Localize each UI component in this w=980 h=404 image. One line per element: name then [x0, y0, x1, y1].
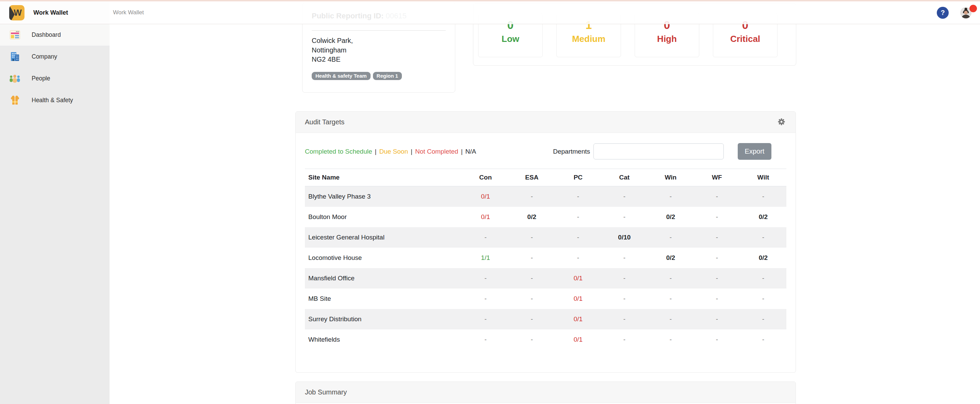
- cell-value: 0/2: [666, 213, 675, 220]
- legend-separator: |: [411, 148, 412, 155]
- cell-value: -: [577, 213, 579, 220]
- cell-value: -: [531, 315, 533, 323]
- cell-value: -: [485, 234, 487, 241]
- address-line: NG2 4BE: [312, 55, 446, 64]
- site-name-cell: Whitefields: [305, 329, 463, 350]
- work-wallet-logo-icon: W: [9, 5, 24, 21]
- gear-icon: [778, 118, 785, 127]
- cell-value: 0/1: [574, 275, 582, 282]
- cell-value: 0/10: [618, 234, 630, 241]
- cell-value: -: [624, 315, 625, 323]
- audit-controls: Completed to Schedule|Due Soon|Not Compl…: [305, 143, 786, 160]
- cell-value: -: [670, 336, 672, 343]
- job-summary-panel: Job Summary: [295, 382, 796, 404]
- address-line: Nottingham: [312, 46, 446, 55]
- cell-value: 0/1: [574, 295, 582, 302]
- cell-value: -: [762, 336, 764, 343]
- panel-title: Audit Targets: [305, 118, 344, 126]
- audit-targets-body: Completed to Schedule|Due Soon|Not Compl…: [296, 143, 795, 350]
- table-row[interactable]: Locomotive House 1/1 - - - 0/2 - 0/2: [305, 248, 786, 268]
- cell-value: 0/2: [759, 213, 768, 220]
- cell-value: -: [716, 213, 718, 220]
- header-actions: ?: [937, 7, 980, 19]
- tag-badge: Health & safety Team: [312, 72, 371, 80]
- risk-label: Low: [479, 33, 542, 45]
- column-header-wilt: Wilt: [740, 169, 786, 186]
- legend-item: N/A: [466, 148, 476, 155]
- cell-value: -: [577, 193, 579, 200]
- column-header-site-name: Site Name: [305, 169, 463, 186]
- cell-value: -: [531, 336, 533, 343]
- column-header-cat: Cat: [601, 169, 648, 186]
- cell-value: -: [485, 295, 487, 302]
- page-title: Work Wallet: [113, 9, 144, 16]
- sidebar-item-label: Company: [32, 53, 57, 60]
- cell-value: 0/2: [666, 254, 675, 261]
- divider: [312, 30, 446, 31]
- audit-targets-table: Site Name Con ESA PC Cat Win WF Wilt Bly: [305, 169, 786, 350]
- column-header-con: Con: [463, 169, 509, 186]
- dashboard-icon: [9, 29, 21, 40]
- table-row[interactable]: Whitefields - - 0/1 - - - -: [305, 329, 786, 350]
- audit-targets-header: Audit Targets: [296, 112, 795, 133]
- risk-label: Critical: [713, 33, 777, 45]
- cell-value: -: [716, 295, 718, 302]
- table-row[interactable]: MB Site - - 0/1 - - - -: [305, 289, 786, 309]
- cell-value: -: [624, 254, 625, 261]
- cell-value: -: [716, 193, 718, 200]
- table-row[interactable]: Mansfield Office - - 0/1 - - - -: [305, 268, 786, 289]
- column-header-esa: ESA: [509, 169, 555, 186]
- user-menu[interactable]: [960, 7, 972, 18]
- cell-value: 0/2: [759, 254, 768, 261]
- cell-value: -: [716, 315, 718, 323]
- cell-value: -: [670, 193, 672, 200]
- company-icon: [9, 51, 21, 62]
- risk-label: Medium: [557, 33, 620, 45]
- cell-value: -: [485, 275, 487, 282]
- panel-title: Job Summary: [305, 388, 347, 396]
- table-row[interactable]: Blythe Valley Phase 3 0/1 - - - - - -: [305, 186, 786, 207]
- legend-item: Not Completed: [415, 148, 458, 155]
- sidebar-item-health-safety[interactable]: Health & Safety: [0, 89, 110, 111]
- site-name-cell: Surrey Distribution: [305, 309, 463, 329]
- site-tags: Health & safety Team Region 1: [312, 72, 446, 80]
- cell-value: -: [670, 275, 672, 282]
- table-row[interactable]: Surrey Distribution - - 0/1 - - - -: [305, 309, 786, 329]
- sidebar-item-company[interactable]: Company: [0, 46, 110, 67]
- cell-value: -: [624, 193, 625, 200]
- cell-value: 1/1: [481, 254, 490, 261]
- departments-input[interactable]: [593, 144, 724, 160]
- sidebar-item-dashboard[interactable]: Dashboard: [0, 24, 110, 46]
- legend-item: Due Soon: [379, 148, 408, 155]
- brand[interactable]: W Work Wallet: [0, 5, 110, 21]
- top-accent-strip: [0, 0, 980, 2]
- audit-targets-panel: Audit Targets Completed to Schedule|Due …: [295, 112, 796, 373]
- cell-value: -: [485, 336, 487, 343]
- cell-value: -: [577, 254, 579, 261]
- site-address: Colwick Park, Nottingham NG2 4BE: [312, 36, 446, 64]
- cell-value: -: [577, 234, 579, 241]
- cell-value: -: [624, 213, 625, 220]
- status-legend: Completed to Schedule|Due Soon|Not Compl…: [305, 148, 476, 155]
- sidebar-item-label: People: [32, 75, 50, 82]
- tag-badge: Region 1: [373, 72, 402, 80]
- sidebar-item-label: Dashboard: [32, 31, 61, 38]
- cell-value: -: [762, 295, 764, 302]
- cell-value: -: [716, 254, 718, 261]
- export-button[interactable]: Export: [738, 143, 772, 160]
- site-name-cell: Boulton Moor: [305, 207, 463, 227]
- cell-value: -: [531, 234, 533, 241]
- site-name-cell: Leicester General Hospital: [305, 227, 463, 248]
- settings-button[interactable]: [778, 118, 785, 127]
- top-bar: W Work Wallet Work Wallet ?: [0, 2, 980, 24]
- table-row[interactable]: Leicester General Hospital - - - 0/10 - …: [305, 227, 786, 248]
- cell-value: -: [485, 315, 487, 323]
- help-button[interactable]: ?: [937, 7, 949, 19]
- sidebar: Dashboard Company People Health & Safety: [0, 0, 110, 404]
- table-row[interactable]: Boulton Moor 0/1 0/2 - - 0/2 - 0/2: [305, 207, 786, 227]
- sidebar-menu: Dashboard Company People Health & Safety: [0, 24, 110, 111]
- sidebar-item-people[interactable]: People: [0, 67, 110, 89]
- cell-value: -: [624, 295, 625, 302]
- cell-value: -: [762, 193, 764, 200]
- column-header-pc: PC: [555, 169, 601, 186]
